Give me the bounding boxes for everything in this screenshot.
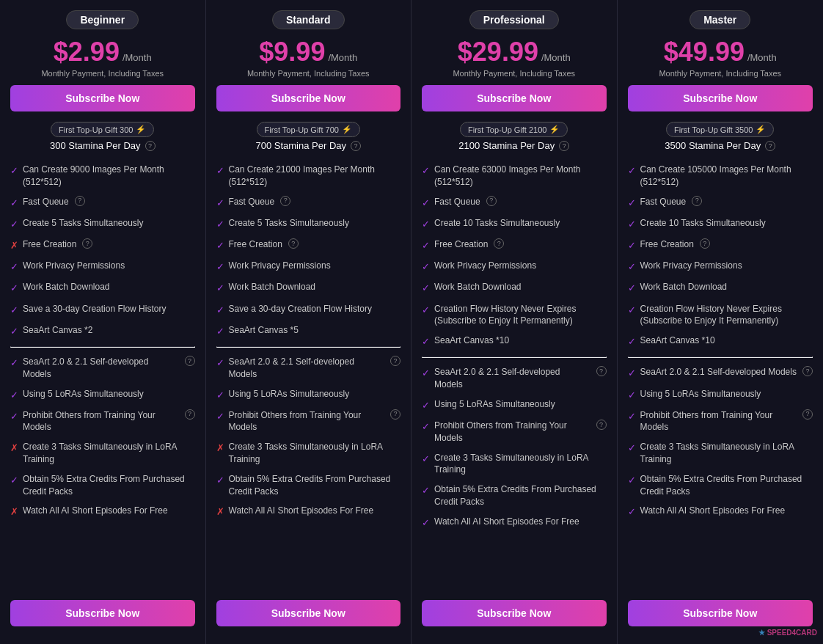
topup-text-beginner: First Top-Up Gift 300 <box>59 125 133 134</box>
price-row-beginner: $2.99/Month <box>10 37 195 67</box>
subscribe-btn-bottom-standard[interactable]: Subscribe Now <box>216 600 401 626</box>
feature-item-professional-4: ✓Work Privacy Permissions <box>422 256 607 277</box>
lightning-icon-master: ⚡ <box>756 125 766 134</box>
feature-icon-cross-beginner-14: ✗ <box>10 505 18 519</box>
feature-text-master-3: Free Creation <box>640 238 694 251</box>
feature-text-standard-2: Create 5 Tasks Simultaneously <box>229 217 350 230</box>
feature-text-standard-7: SeaArt Canvas *5 <box>229 324 299 337</box>
feature-item-beginner-4: ✓Work Privacy Permissions <box>10 256 195 277</box>
feature-icon-check-master-10: ✓ <box>628 389 636 402</box>
feature-icon-check-beginner-7: ✓ <box>10 325 18 338</box>
feature-info-icon-master-9[interactable]: ? <box>802 366 813 376</box>
subscribe-btn-bottom-master[interactable]: Subscribe Now <box>628 600 813 626</box>
feature-text-standard-5: Work Batch Download <box>229 281 316 293</box>
feature-item-master-5: ✓Work Batch Download <box>628 277 813 299</box>
feature-text-master-2: Create 10 Tasks Simultaneously <box>640 217 766 230</box>
feature-item-standard-7: ✓SeaArt Canvas *5 <box>216 321 401 342</box>
feature-icon-check-standard-5: ✓ <box>216 282 224 295</box>
feature-info-icon-standard-1[interactable]: ? <box>280 196 290 206</box>
feature-text-master-7: SeaArt Canvas *10 <box>640 334 715 347</box>
feature-item-beginner-13: ✓Obtain 5% Extra Credits From Purchased … <box>10 469 195 502</box>
feature-text-beginner-6: Save a 30-day Creation Flow History <box>23 303 166 315</box>
feature-item-standard-14: ✗Watch All AI Short Episodes For Free <box>216 501 401 522</box>
feature-item-standard-4: ✓Work Privacy Permissions <box>216 256 401 277</box>
feature-text-standard-3: Free Creation <box>229 238 282 251</box>
feature-text-professional-1: Fast Queue <box>434 196 480 208</box>
feature-text-professional-14: Watch All AI Short Episodes For Free <box>434 516 579 528</box>
stamina-info-icon-master[interactable]: ? <box>765 141 775 151</box>
feature-info-icon-beginner-1[interactable]: ? <box>75 196 85 206</box>
feature-item-standard-11: ✓Prohibit Others from Training Your Mode… <box>216 406 401 438</box>
feature-item-standard-1: ✓Fast Queue? <box>216 192 401 213</box>
feature-icon-check-professional-12: ✓ <box>422 453 430 466</box>
stamina-info-icon-standard[interactable]: ? <box>351 141 361 151</box>
feature-icon-cross-standard-12: ✗ <box>216 442 224 455</box>
subscribe-btn-top-professional[interactable]: Subscribe Now <box>422 85 607 111</box>
feature-info-icon-professional-1[interactable]: ? <box>486 196 497 206</box>
feature-item-master-4: ✓Work Privacy Permissions <box>628 256 813 277</box>
feature-text-professional-10: Using 5 LoRAs Simultaneously <box>434 398 555 411</box>
feature-text-professional-4: Work Privacy Permissions <box>434 260 536 272</box>
feature-text-beginner-5: Work Batch Download <box>23 281 110 293</box>
plan-col-standard: Standard$9.99/MonthMonthly Payment, Incl… <box>206 0 412 644</box>
feature-text-master-6: Creation Flow History Never Expires (Sub… <box>640 303 813 328</box>
subscribe-btn-bottom-beginner[interactable]: Subscribe Now <box>10 600 195 626</box>
feature-list-standard: ✓Can Create 21000 Images Per Month (512*… <box>216 160 401 593</box>
feature-text-master-12: Create 3 Tasks Simultaneously in LoRA Tr… <box>640 441 813 466</box>
feature-icon-check-professional-4: ✓ <box>422 260 430 274</box>
feature-text-professional-0: Can Create 63000 Images Per Month (512*5… <box>434 164 607 189</box>
feature-icon-check-master-3: ✓ <box>628 239 636 252</box>
subscribe-btn-top-beginner[interactable]: Subscribe Now <box>10 85 195 111</box>
subscribe-btn-top-standard[interactable]: Subscribe Now <box>216 85 401 111</box>
feature-text-beginner-9: SeaArt 2.0 & 2.1 Self-developed Models <box>23 356 179 381</box>
feature-icon-check-professional-10: ✓ <box>422 399 430 412</box>
topup-badge-beginner: First Top-Up Gift 300⚡ <box>51 122 154 137</box>
feature-icon-check-professional-9: ✓ <box>422 367 430 380</box>
feature-info-icon-beginner-9[interactable]: ? <box>185 356 195 366</box>
feature-item-standard-12: ✗Create 3 Tasks Simultaneously in LoRA T… <box>216 437 401 469</box>
price-note-standard: Monthly Payment, Including Taxes <box>216 69 401 78</box>
price-note-master: Monthly Payment, Including Taxes <box>628 69 813 78</box>
feature-item-standard-13: ✓Obtain 5% Extra Credits From Purchased … <box>216 469 401 502</box>
feature-info-icon-professional-9[interactable]: ? <box>596 366 607 376</box>
feature-icon-cross-standard-14: ✗ <box>216 505 224 519</box>
feature-info-icon-beginner-3[interactable]: ? <box>82 238 92 249</box>
stamina-info-icon-professional[interactable]: ? <box>559 141 569 151</box>
feature-item-master-13: ✓Obtain 5% Extra Credits From Purchased … <box>628 469 813 502</box>
price-main-professional: $29.99 <box>458 37 538 67</box>
feature-info-icon-standard-3[interactable]: ? <box>288 238 299 249</box>
price-note-professional: Monthly Payment, Including Taxes <box>422 69 607 78</box>
stamina-info-icon-beginner[interactable]: ? <box>145 141 156 151</box>
subscribe-btn-bottom-professional[interactable]: Subscribe Now <box>422 600 607 626</box>
feature-item-professional-7: ✓SeaArt Canvas *10 <box>422 331 607 352</box>
feature-icon-check-beginner-0: ✓ <box>10 164 18 178</box>
feature-info-icon-beginner-11[interactable]: ? <box>185 409 195 420</box>
feature-text-standard-13: Obtain 5% Extra Credits From Purchased C… <box>229 473 401 498</box>
feature-info-icon-professional-11[interactable]: ? <box>596 420 607 430</box>
feature-info-icon-standard-11[interactable]: ? <box>390 409 400 420</box>
feature-item-standard-6: ✓Save a 30-day Creation Flow History <box>216 299 401 321</box>
feature-icon-check-master-14: ✓ <box>628 505 636 519</box>
feature-text-standard-9: SeaArt 2.0 & 2.1 Self-developed Models <box>229 356 385 381</box>
feature-info-icon-master-1[interactable]: ? <box>692 196 702 206</box>
feature-item-beginner-0: ✓Can Create 9000 Images Per Month (512*5… <box>10 160 195 192</box>
price-note-beginner: Monthly Payment, Including Taxes <box>10 69 195 78</box>
feature-text-master-10: Using 5 LoRAs Simultaneously <box>640 388 761 400</box>
feature-item-beginner-9: ✓SeaArt 2.0 & 2.1 Self-developed Models? <box>10 352 195 384</box>
feature-text-standard-0: Can Create 21000 Images Per Month (512*5… <box>229 164 401 189</box>
topup-badge-professional: First Top-Up Gift 2100⚡ <box>460 122 568 137</box>
feature-info-icon-standard-9[interactable]: ? <box>390 356 400 366</box>
feature-item-professional-11: ✓Prohibit Others from Training Your Mode… <box>422 416 607 448</box>
stamina-row-professional: 2100 Stamina Per Day? <box>422 140 607 151</box>
feature-item-beginner-12: ✗Create 3 Tasks Simultaneously in LoRA T… <box>10 437 195 469</box>
feature-info-icon-master-3[interactable]: ? <box>700 238 710 249</box>
feature-text-master-0: Can Create 105000 Images Per Month (512*… <box>640 164 813 189</box>
feature-icon-check-beginner-4: ✓ <box>10 260 18 274</box>
feature-info-icon-professional-3[interactable]: ? <box>494 238 504 249</box>
feature-info-icon-master-11[interactable]: ? <box>802 409 813 420</box>
feature-item-professional-0: ✓Can Create 63000 Images Per Month (512*… <box>422 160 607 192</box>
feature-text-beginner-4: Work Privacy Permissions <box>23 260 125 272</box>
subscribe-btn-top-master[interactable]: Subscribe Now <box>628 85 813 111</box>
feature-icon-check-standard-0: ✓ <box>216 164 224 178</box>
stamina-text-master: 3500 Stamina Per Day <box>665 140 761 151</box>
